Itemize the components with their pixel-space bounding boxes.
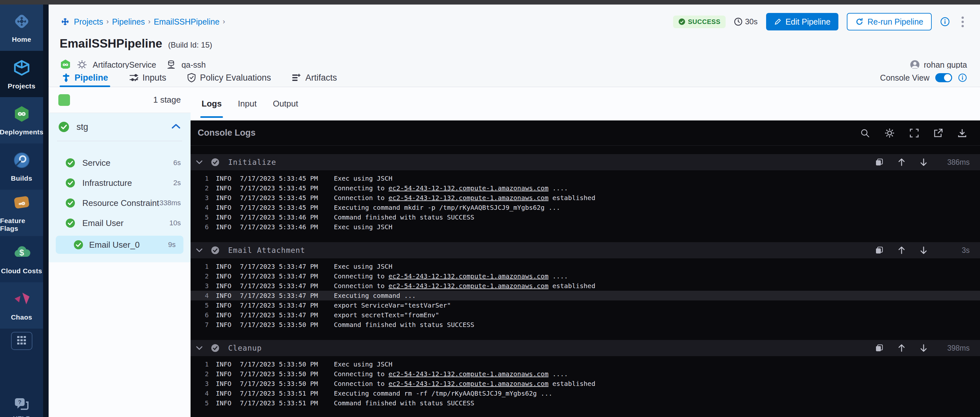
sidebar-item-label: Home: [12, 36, 32, 43]
log-line[interactable]: 3INFO7/17/2023 5:33:50 PMConnection to e…: [191, 379, 980, 388]
scroll-down-icon[interactable]: [920, 246, 928, 254]
breadcrumb-link-pipelines[interactable]: Pipelines: [112, 17, 145, 27]
log-section-header-email-attachment[interactable]: Email Attachment3s: [191, 242, 980, 258]
sidebar-item-builds[interactable]: Builds: [0, 143, 43, 190]
log-line[interactable]: 2INFO7/17/2023 5:33:47 PMConnecting to e…: [191, 271, 980, 281]
status-badge: SUCCESS: [673, 16, 725, 28]
gear-icon[interactable]: [884, 128, 895, 139]
log-line[interactable]: 4INFO7/17/2023 5:33:47 PMExecuting comma…: [191, 291, 980, 300]
chevron-down-icon[interactable]: [196, 346, 203, 350]
step-row-email-user-0[interactable]: Email User_09s: [56, 236, 183, 254]
chevron-down-icon[interactable]: [196, 248, 203, 252]
log-timestamp: 7/17/2023 5:33:47 PM: [240, 292, 320, 300]
log-line[interactable]: 1INFO7/17/2023 5:33:45 PMExec using JSCH: [191, 174, 980, 183]
log-line[interactable]: 4INFO7/17/2023 5:33:45 PMExecuting comma…: [191, 203, 980, 212]
tab-artifacts[interactable]: Artifacts: [290, 69, 339, 87]
log-line[interactable]: 7INFO7/17/2023 5:33:50 PMCommand finishe…: [191, 320, 980, 330]
pipeline-tabbar: Pipeline Inputs Policy Evaluations Artif…: [49, 69, 980, 87]
tab-inputs[interactable]: Inputs: [127, 69, 169, 87]
log-line[interactable]: 2INFO7/17/2023 5:33:50 PMConnecting to e…: [191, 369, 980, 379]
copy-icon[interactable]: [875, 246, 883, 254]
log-line[interactable]: 6INFO7/17/2023 5:33:47 PMexport secretTe…: [191, 310, 980, 320]
log-line[interactable]: 5INFO7/17/2023 5:33:46 PMCommand finishe…: [191, 212, 980, 222]
more-options-button[interactable]: [958, 15, 967, 29]
stage-status-square: [58, 94, 70, 106]
module-switcher-button[interactable]: [11, 332, 32, 350]
log-line[interactable]: 1INFO7/17/2023 5:33:50 PMExec using JSCH: [191, 359, 980, 369]
edit-pipeline-button[interactable]: Edit Pipeline: [766, 13, 838, 30]
log-line[interactable]: 5INFO7/17/2023 5:33:51 PMCommand finishe…: [191, 398, 980, 408]
service-name[interactable]: ArtifactoryService: [93, 60, 156, 70]
host-link[interactable]: ec2-54-243-12-132.compute-1.amazonaws.co…: [388, 282, 549, 290]
sidebar-item-label: Feature Flags: [0, 217, 43, 233]
chevron-up-icon[interactable]: [171, 124, 181, 130]
projects-icon: [12, 58, 31, 78]
search-icon[interactable]: [860, 128, 870, 138]
line-number: 3: [200, 194, 209, 202]
console-tab-logs[interactable]: Logs: [202, 87, 222, 121]
stage-count-label: 1 stage: [153, 95, 181, 105]
step-row-infrastructure[interactable]: Infrastructure2s: [49, 173, 191, 193]
log-level: INFO: [216, 390, 231, 397]
log-message: Connection to ec2-54-243-12-132.compute-…: [334, 380, 595, 387]
cloud-costs-icon: $: [12, 244, 32, 263]
breadcrumb-link-pipeline[interactable]: EmailSSHPipeline: [154, 17, 220, 27]
line-number: 3: [200, 282, 209, 290]
log-lines: 1INFO7/17/2023 5:33:45 PMExec using JSCH…: [191, 170, 980, 234]
tab-pipeline[interactable]: Pipeline: [60, 69, 110, 87]
log-line[interactable]: 2INFO7/17/2023 5:33:45 PMConnecting to e…: [191, 183, 980, 193]
tab-policy-evaluations[interactable]: Policy Evaluations: [185, 69, 273, 87]
scroll-down-icon[interactable]: [920, 158, 928, 166]
host-link[interactable]: ec2-54-243-12-132.compute-1.amazonaws.co…: [388, 272, 549, 280]
log-line[interactable]: 3INFO7/17/2023 5:33:47 PMConnection to e…: [191, 281, 980, 291]
host-link[interactable]: ec2-54-243-12-132.compute-1.amazonaws.co…: [388, 380, 549, 387]
console-tab-input[interactable]: Input: [238, 87, 257, 121]
log-line[interactable]: 6INFO7/17/2023 5:33:46 PMExec using JSCH: [191, 222, 980, 232]
help-button[interactable]: ? HELP: [0, 398, 43, 417]
log-line[interactable]: 5INFO7/17/2023 5:33:47 PMexport ServiceV…: [191, 300, 980, 310]
stage-row-stg[interactable]: stg: [49, 113, 191, 141]
sidebar-item-home[interactable]: Home: [0, 5, 43, 51]
sidebar-item-feature-flags[interactable]: Feature Flags: [0, 190, 43, 236]
host-link[interactable]: ec2-54-243-12-132.compute-1.amazonaws.co…: [388, 194, 549, 202]
log-line[interactable]: 4INFO7/17/2023 5:33:51 PMExecuting comma…: [191, 388, 980, 398]
info-icon[interactable]: [940, 17, 950, 27]
sidebar-item-chaos[interactable]: Chaos: [0, 282, 43, 328]
host-link[interactable]: ec2-54-243-12-132.compute-1.amazonaws.co…: [388, 370, 549, 378]
console-view-toggle[interactable]: [935, 73, 952, 82]
download-icon[interactable]: [957, 128, 967, 138]
open-in-new-icon[interactable]: [933, 128, 943, 138]
console-header: Console Logs: [191, 121, 980, 146]
sidebar-item-projects[interactable]: Projects: [0, 51, 43, 97]
console-view-info-icon[interactable]: [958, 73, 967, 82]
copy-icon[interactable]: [875, 344, 883, 352]
rerun-pipeline-button[interactable]: Re-run Pipeline: [847, 13, 932, 30]
step-row-service[interactable]: Service6s: [49, 153, 191, 173]
user-name[interactable]: rohan gupta: [924, 60, 967, 70]
scroll-up-icon[interactable]: [898, 158, 905, 166]
fullscreen-icon[interactable]: [909, 128, 919, 138]
console-log-panel: Console Logs: [191, 121, 980, 417]
infrastructure-name[interactable]: qa-ssh: [181, 60, 206, 70]
step-row-resource-constraint[interactable]: Resource Constraint338ms: [49, 193, 191, 213]
log-line[interactable]: 1INFO7/17/2023 5:33:47 PMExec using JSCH: [191, 262, 980, 271]
step-row-email-user[interactable]: Email User10s: [49, 213, 191, 233]
log-line[interactable]: 3INFO7/17/2023 5:33:45 PMConnection to e…: [191, 193, 980, 203]
chevron-down-icon[interactable]: [196, 160, 203, 165]
scroll-up-icon[interactable]: [898, 344, 905, 352]
sidebar-item-deployments[interactable]: Deployments: [0, 97, 43, 143]
log-section-header-initialize[interactable]: Initialize386ms: [191, 154, 980, 170]
scroll-up-icon[interactable]: [898, 246, 905, 254]
log-timestamp: 7/17/2023 5:33:50 PM: [240, 380, 320, 387]
host-link[interactable]: ec2-54-243-12-132.compute-1.amazonaws.co…: [388, 184, 549, 192]
scroll-down-icon[interactable]: [920, 344, 928, 352]
log-section-header-cleanup[interactable]: Cleanup398ms: [191, 340, 980, 356]
console-tab-output[interactable]: Output: [273, 87, 298, 121]
main-content: Projects › Pipelines › EmailSSHPipeline …: [49, 5, 980, 417]
stage-section: stg Service6sInfrastructure2sResource Co…: [49, 113, 191, 262]
copy-icon[interactable]: [875, 158, 883, 166]
line-number: 6: [200, 223, 209, 231]
log-level: INFO: [216, 321, 231, 328]
breadcrumb-link-projects[interactable]: Projects: [74, 17, 103, 27]
sidebar-item-cloud-costs[interactable]: $ Cloud Costs: [0, 236, 43, 282]
